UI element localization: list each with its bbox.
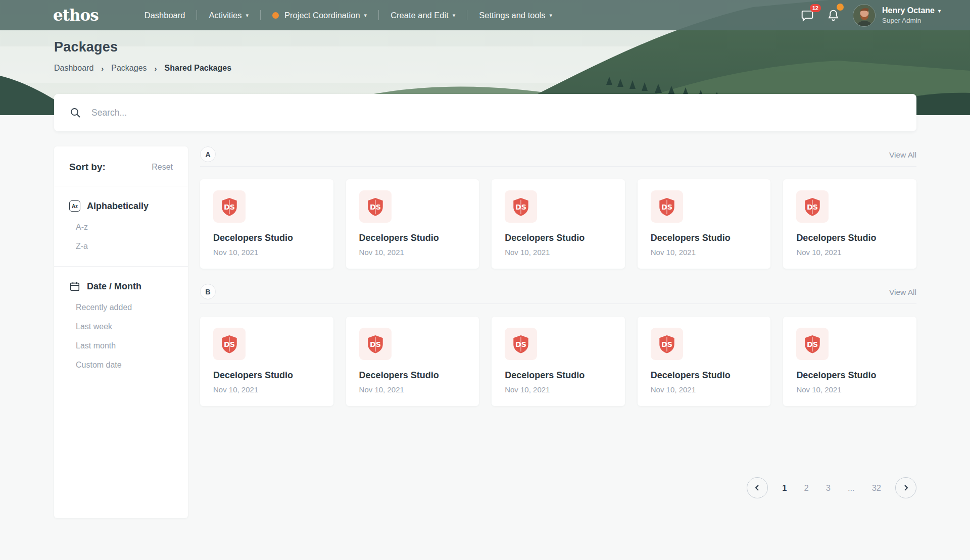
package-date: Nov 10, 2021 — [213, 385, 320, 394]
search-icon — [69, 107, 81, 119]
sort-option-recently-added[interactable]: Recently added — [76, 303, 173, 312]
prev-page-button[interactable] — [747, 477, 768, 498]
package-logo: DS — [213, 328, 246, 360]
navbar-right-cluster: 12 Henry Octane — [801, 4, 941, 27]
chevron-down-icon: ▾ — [549, 12, 552, 19]
svg-text:DS: DS — [807, 340, 818, 348]
ds-shield-icon: DS — [657, 197, 676, 216]
package-card[interactable]: DS Decelopers Studio Nov 10, 2021 — [346, 179, 479, 269]
svg-text:DS: DS — [807, 203, 818, 211]
ds-shield-icon: DS — [803, 334, 822, 353]
package-card[interactable]: DS Decelopers Studio Nov 10, 2021 — [346, 317, 479, 406]
unread-count-badge: 12 — [810, 4, 821, 12]
user-info: Henry Octane ▾ Super Admin — [882, 6, 941, 25]
package-card[interactable]: DS Decelopers Studio Nov 10, 2021 — [783, 179, 916, 269]
package-card[interactable]: DS Decelopers Studio Nov 10, 2021 — [492, 179, 625, 269]
package-date: Nov 10, 2021 — [505, 385, 612, 394]
package-date: Nov 10, 2021 — [359, 248, 466, 257]
messages-button[interactable]: 12 — [801, 9, 814, 22]
notifications-button[interactable] — [827, 9, 840, 22]
sort-option-a-z[interactable]: A-z — [76, 223, 173, 232]
nav-create-and-edit[interactable]: Create and Edit ▾ — [379, 11, 467, 20]
svg-text:DS: DS — [370, 340, 381, 348]
section-divider — [200, 166, 916, 167]
packages-page: ethos Dashboard Activities ▾ Project Coo… — [0, 0, 970, 560]
section-b-cards: DS Decelopers Studio Nov 10, 2021 DS Dec… — [200, 317, 916, 406]
chevron-down-icon: ▾ — [453, 12, 456, 19]
page-number-32[interactable]: 32 — [869, 483, 884, 493]
chevron-right-icon: › — [155, 64, 157, 73]
breadcrumb-dashboard[interactable]: Dashboard — [54, 64, 93, 73]
reset-button[interactable]: Reset — [152, 163, 173, 172]
package-title: Decelopers Studio — [359, 233, 466, 243]
section-divider — [200, 303, 916, 304]
sort-option-last-month[interactable]: Last month — [76, 341, 173, 350]
sort-option-last-week[interactable]: Last week — [76, 322, 173, 331]
bell-icon — [827, 9, 840, 22]
package-logo: DS — [505, 190, 537, 223]
package-card[interactable]: DS Decelopers Studio Nov 10, 2021 — [638, 317, 771, 406]
ds-shield-icon: DS — [657, 334, 676, 353]
user-menu[interactable]: Henry Octane ▾ — [882, 6, 941, 16]
breadcrumb-packages[interactable]: Packages — [111, 64, 147, 73]
group-title: Alphabetically — [87, 201, 149, 212]
package-date: Nov 10, 2021 — [796, 385, 903, 394]
main-nav: Dashboard Activities ▾ Project Coordinat… — [133, 10, 564, 20]
chevron-down-icon: ▾ — [246, 12, 249, 19]
package-title: Decelopers Studio — [796, 370, 903, 381]
page-number-1[interactable]: 1 — [779, 483, 790, 493]
page-number-3[interactable]: 3 — [823, 483, 834, 493]
hero-heading: Packages Dashboard › Packages › Shared P… — [54, 39, 231, 73]
sort-option-z-a[interactable]: Z-a — [76, 242, 173, 251]
ds-shield-icon: DS — [511, 334, 530, 353]
sort-option-custom-date[interactable]: Custom date — [76, 361, 173, 370]
section-letter-badge: B — [200, 284, 216, 299]
package-card[interactable]: DS Decelopers Studio Nov 10, 2021 — [638, 179, 771, 269]
packages-list: A View All DS Decelopers Studio Nov 10, … — [200, 146, 916, 419]
search-input[interactable] — [91, 108, 840, 118]
package-logo: DS — [359, 190, 392, 223]
svg-text:DS: DS — [224, 203, 235, 211]
chevron-right-icon — [902, 484, 910, 492]
package-card[interactable]: DS Decelopers Studio Nov 10, 2021 — [200, 179, 333, 269]
package-card[interactable]: DS Decelopers Studio Nov 10, 2021 — [200, 317, 333, 406]
section-b-header: B View All — [200, 284, 916, 308]
nav-activities[interactable]: Activities ▾ — [197, 11, 260, 20]
package-title: Decelopers Studio — [651, 233, 758, 243]
user-avatar[interactable] — [853, 4, 876, 27]
package-title: Decelopers Studio — [651, 370, 758, 381]
nav-dashboard[interactable]: Dashboard — [133, 11, 197, 20]
group-title: Date / Month — [87, 281, 141, 292]
svg-text:DS: DS — [661, 203, 672, 211]
chevron-down-icon: ▾ — [938, 8, 941, 14]
package-date: Nov 10, 2021 — [213, 248, 320, 257]
ds-shield-icon: DS — [803, 197, 822, 216]
breadcrumb: Dashboard › Packages › Shared Packages — [54, 64, 231, 73]
ethos-logo[interactable]: ethos — [53, 6, 99, 24]
svg-text:DS: DS — [661, 340, 672, 348]
chevron-right-icon: › — [101, 64, 104, 73]
sort-by-label: Sort by: — [69, 162, 106, 173]
view-all-link-b[interactable]: View All — [889, 288, 916, 297]
package-title: Decelopers Studio — [505, 233, 612, 243]
nav-project-coordination[interactable]: Project Coordination ▾ — [261, 11, 378, 20]
pagination: 1 2 3 ... 32 — [747, 477, 916, 498]
svg-text:DS: DS — [370, 203, 381, 211]
package-logo: DS — [505, 328, 537, 360]
package-logo: DS — [651, 190, 683, 223]
package-title: Decelopers Studio — [213, 233, 320, 243]
nav-settings-and-tools[interactable]: Settings and tools ▾ — [467, 11, 564, 20]
package-card[interactable]: DS Decelopers Studio Nov 10, 2021 — [783, 317, 916, 406]
package-date: Nov 10, 2021 — [651, 385, 758, 394]
top-navbar: ethos Dashboard Activities ▾ Project Coo… — [0, 0, 970, 30]
package-logo: DS — [796, 190, 829, 223]
page-title: Packages — [54, 39, 231, 55]
package-logo: DS — [796, 328, 829, 360]
package-card[interactable]: DS Decelopers Studio Nov 10, 2021 — [492, 317, 625, 406]
view-all-link-a[interactable]: View All — [889, 150, 916, 160]
section-a-header: A View All — [200, 146, 916, 171]
next-page-button[interactable] — [895, 477, 916, 498]
package-title: Decelopers Studio — [796, 233, 903, 243]
svg-text:DS: DS — [515, 203, 526, 211]
page-number-2[interactable]: 2 — [801, 483, 812, 493]
